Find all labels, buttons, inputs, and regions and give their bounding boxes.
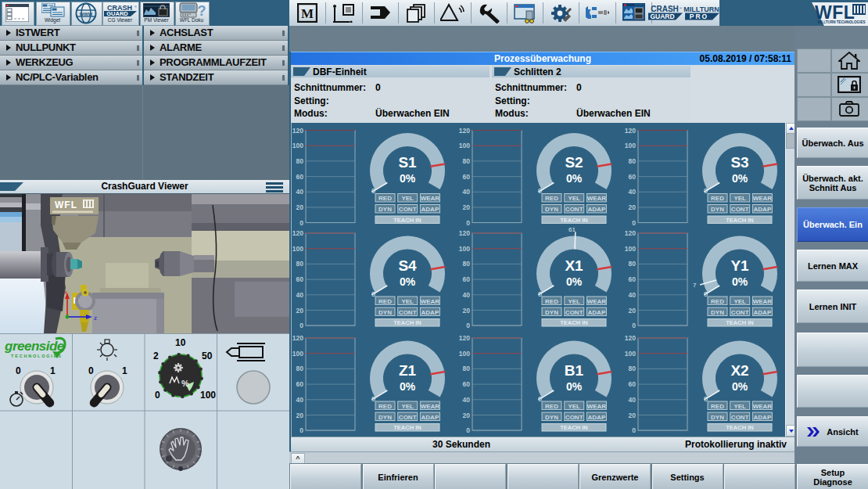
svg-text:ADAP: ADAP (754, 414, 772, 421)
svg-text:S2: S2 (565, 154, 583, 171)
svg-text:120: 120 (625, 229, 636, 237)
svg-text:80: 80 (463, 260, 471, 268)
svg-text:60: 60 (629, 275, 637, 283)
svg-text:YEL: YEL (401, 195, 414, 202)
svg-text:RED: RED (711, 195, 724, 202)
svg-text:100: 100 (200, 390, 216, 401)
svg-text:DYN: DYN (378, 414, 392, 421)
svg-text:20: 20 (463, 307, 471, 315)
svg-text:YEL: YEL (568, 298, 580, 305)
svg-text:40: 40 (463, 291, 471, 299)
svg-text:80: 80 (296, 157, 304, 165)
svg-text:0%: 0% (400, 275, 416, 288)
svg-text:GUARD: GUARD (106, 10, 128, 17)
svg-text:RED: RED (711, 298, 724, 305)
svg-text:0: 0 (155, 390, 160, 401)
svg-text:ADAP: ADAP (421, 414, 439, 421)
svg-text:ADAP: ADAP (588, 206, 606, 213)
svg-text:100: 100 (292, 142, 303, 149)
svg-text:ADAP: ADAP (421, 206, 439, 213)
svg-text:ADAP: ADAP (754, 309, 772, 316)
svg-text:TEACH IN: TEACH IN (726, 217, 753, 224)
svg-text:WEAR: WEAR (587, 403, 607, 410)
svg-text:GUARD: GUARD (650, 13, 674, 20)
svg-text:x: x (64, 289, 67, 296)
svg-text:CONT: CONT (731, 309, 749, 316)
svg-text:z: z (94, 315, 97, 322)
svg-text:0: 0 (704, 395, 708, 403)
svg-text:60: 60 (629, 173, 637, 181)
svg-text:120: 120 (459, 334, 470, 342)
svg-text:DYN: DYN (378, 206, 392, 213)
svg-text:RED: RED (545, 195, 558, 202)
svg-text:WEAR: WEAR (753, 195, 773, 202)
svg-text:80: 80 (296, 365, 304, 372)
svg-text:YEL: YEL (401, 298, 414, 305)
svg-text:0: 0 (704, 290, 708, 298)
svg-text:0: 0 (632, 426, 636, 434)
svg-text:RED: RED (378, 298, 392, 305)
svg-text:CONT: CONT (565, 206, 583, 213)
svg-text:0%: 0% (732, 275, 748, 288)
svg-text:greenside: greenside (4, 339, 64, 354)
svg-text:100: 100 (625, 245, 636, 253)
svg-text:0: 0 (704, 187, 708, 195)
svg-text:ADAP: ADAP (588, 309, 606, 316)
svg-text:40: 40 (296, 396, 304, 404)
svg-text:WEAR: WEAR (587, 298, 607, 305)
svg-text:80: 80 (463, 365, 471, 372)
svg-text:®: ® (135, 5, 137, 9)
svg-text:20: 20 (629, 412, 637, 419)
svg-text:?: ? (198, 3, 206, 18)
svg-text:20: 20 (296, 412, 304, 419)
svg-text:80: 80 (629, 260, 637, 268)
svg-text:TEACH IN: TEACH IN (726, 424, 753, 431)
svg-text:RED: RED (545, 298, 558, 305)
svg-text:40: 40 (629, 188, 637, 196)
svg-text:TEACH IN: TEACH IN (393, 319, 421, 326)
svg-text:RED: RED (711, 403, 724, 410)
svg-text:S1: S1 (398, 154, 417, 171)
svg-text:YEL: YEL (568, 195, 580, 202)
svg-text:0%: 0% (732, 380, 748, 393)
svg-text:80: 80 (463, 157, 471, 165)
svg-text:DYN: DYN (545, 414, 558, 421)
svg-text:2: 2 (153, 351, 159, 361)
svg-text:0%: 0% (566, 275, 583, 288)
svg-text:120: 120 (292, 334, 303, 342)
svg-text:0%: 0% (400, 380, 416, 393)
svg-text:ADAP: ADAP (588, 414, 606, 421)
svg-text:120: 120 (292, 229, 303, 237)
svg-text:ADAP: ADAP (754, 206, 772, 213)
svg-text:0: 0 (632, 219, 636, 227)
svg-text:DYN: DYN (378, 309, 392, 316)
svg-text:0: 0 (466, 219, 470, 227)
svg-text:RED: RED (545, 403, 558, 410)
svg-text:60: 60 (463, 275, 471, 283)
svg-text:CONT: CONT (399, 206, 417, 213)
svg-text:S3: S3 (730, 154, 748, 171)
svg-text:1: 1 (122, 365, 127, 376)
svg-text:TEACH IN: TEACH IN (393, 424, 421, 431)
svg-text:100: 100 (459, 350, 470, 358)
svg-text:0: 0 (538, 290, 542, 298)
svg-text:Z1: Z1 (399, 362, 417, 379)
svg-text:YEL: YEL (733, 195, 746, 202)
svg-text:Y1: Y1 (730, 257, 749, 274)
svg-text:120: 120 (459, 229, 470, 237)
svg-text:DYN: DYN (545, 206, 558, 213)
svg-text:CONT: CONT (731, 414, 749, 421)
svg-text:TEACH IN: TEACH IN (560, 424, 587, 431)
svg-text:120: 120 (292, 127, 303, 135)
svg-text:0: 0 (466, 322, 470, 329)
svg-text:61: 61 (569, 226, 576, 233)
svg-text:80: 80 (296, 260, 304, 268)
svg-text:B1: B1 (565, 362, 584, 379)
svg-text:80: 80 (629, 365, 637, 372)
svg-text:40: 40 (296, 291, 304, 299)
svg-text:www: www (79, 11, 93, 16)
svg-text:0: 0 (538, 395, 542, 403)
svg-text:RED: RED (378, 403, 392, 410)
svg-text:WEAR: WEAR (421, 298, 440, 305)
svg-text:60: 60 (296, 380, 304, 388)
